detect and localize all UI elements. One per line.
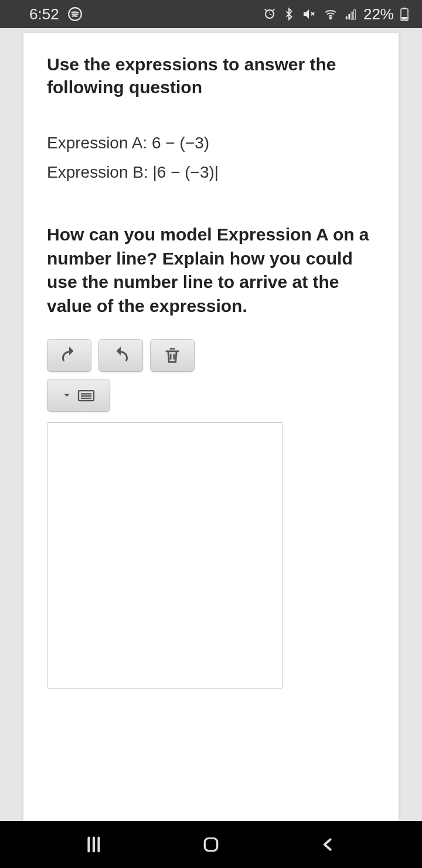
signal-icon — [345, 8, 358, 21]
answer-input[interactable] — [47, 422, 283, 689]
back-icon — [319, 836, 337, 853]
question-text: How can you model Expression A on a numb… — [47, 223, 375, 318]
editor-toolbar-row2 — [47, 379, 375, 412]
content-card: Use the expressions to answer the follow… — [23, 33, 399, 821]
delete-button[interactable] — [150, 339, 195, 372]
keyboard-icon — [77, 388, 96, 403]
status-right: 22% — [263, 5, 409, 23]
battery-percent: 22% — [363, 5, 394, 23]
recents-button[interactable] — [76, 827, 111, 862]
svg-rect-16 — [205, 838, 217, 850]
home-icon — [202, 835, 220, 854]
undo-button[interactable] — [47, 339, 91, 372]
instruction-heading: Use the expressions to answer the follow… — [47, 53, 375, 99]
svg-rect-7 — [403, 8, 406, 9]
svg-rect-5 — [354, 10, 356, 19]
bluetooth-icon — [283, 7, 295, 21]
chevron-down-icon — [62, 390, 72, 401]
svg-point-1 — [330, 18, 332, 19]
svg-rect-4 — [351, 12, 353, 19]
alarm-icon — [263, 7, 277, 21]
expression-a: Expression A: 6 − (−3) — [47, 134, 375, 152]
expression-b: Expression B: |6 − (−3)| — [47, 163, 375, 182]
recents-icon — [84, 835, 104, 855]
volume-mute-icon — [301, 7, 316, 21]
app-background: Use the expressions to answer the follow… — [0, 28, 422, 821]
editor-toolbar-row1 — [47, 339, 375, 372]
redo-icon — [110, 345, 131, 366]
undo-icon — [59, 345, 80, 366]
navigation-bar — [0, 821, 422, 868]
home-button[interactable] — [193, 827, 229, 862]
editor-menu-button[interactable] — [47, 379, 110, 412]
svg-rect-3 — [348, 14, 350, 19]
svg-rect-8 — [402, 17, 407, 20]
spotify-icon — [67, 6, 83, 22]
wifi-icon — [322, 7, 339, 21]
svg-rect-2 — [346, 16, 348, 19]
battery-icon — [400, 7, 409, 21]
status-left: 6:52 — [29, 5, 83, 23]
trash-icon — [162, 345, 182, 365]
back-button[interactable] — [311, 827, 346, 862]
redo-button[interactable] — [98, 339, 143, 372]
status-time: 6:52 — [29, 5, 59, 23]
status-bar: 6:52 22% — [0, 0, 422, 28]
